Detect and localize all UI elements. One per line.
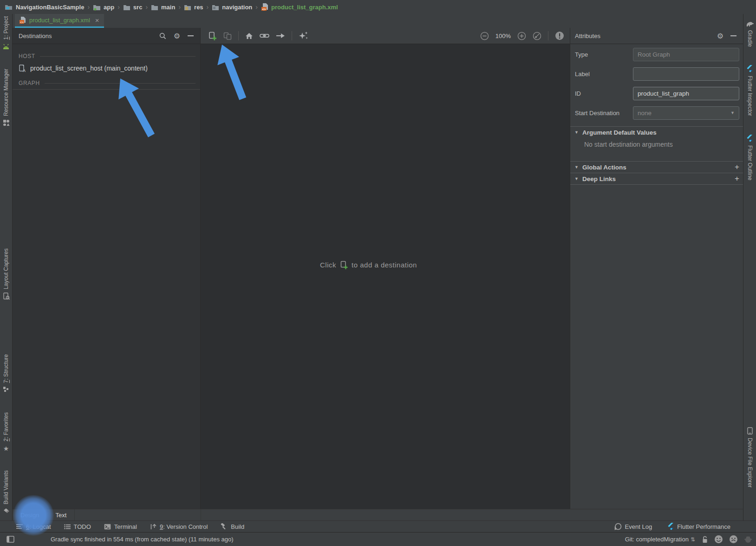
destinations-panel: Destinations ⚙ HOST A product_list_scree… [13, 28, 201, 509]
breadcrumb-item-res[interactable]: res [184, 4, 203, 11]
tab-product-list-graph[interactable]: <> product_list_graph.xml × [15, 14, 104, 28]
link-icon[interactable] [260, 32, 269, 39]
gear-icon[interactable]: ⚙ [174, 32, 180, 40]
breadcrumb-item-app[interactable]: app [93, 4, 114, 11]
action-arrow-icon[interactable] [276, 33, 285, 39]
toolwindow-build[interactable]: Build [221, 523, 244, 530]
breadcrumb-item-navigation[interactable]: navigation [212, 4, 252, 11]
status-message: Gradle sync finished in 554 ms (from cac… [51, 536, 234, 543]
destinations-header: Destinations ⚙ [13, 28, 200, 44]
add-global-action-button[interactable]: + [735, 162, 739, 172]
close-icon[interactable]: × [95, 16, 99, 24]
toolwindow-event-log[interactable]: Event Log [614, 523, 652, 530]
todo-list-icon [64, 524, 71, 529]
breadcrumb-item-file[interactable]: <> product_list_graph.xml [261, 3, 338, 11]
sidebar-item-gradle[interactable]: Gradle [743, 21, 756, 47]
unlock-icon[interactable] [702, 536, 708, 543]
no-arguments-text: No start destination arguments [570, 138, 743, 161]
left-toolwindow-stripe: 1: Project Resource Manager Layout Captu… [0, 14, 13, 532]
sidebar-item-device-file-explorer[interactable]: Device File Explorer [743, 427, 756, 488]
hammer-icon [221, 523, 228, 530]
status-bar: Gradle sync finished in 554 ms (from cac… [0, 532, 756, 546]
flutter-icon [747, 65, 753, 72]
project-icon [5, 4, 13, 10]
sad-face-icon[interactable] [729, 535, 738, 544]
android-icon [2, 43, 10, 50]
sidebar-item-flutter-inspector[interactable]: Flutter Inspector [743, 65, 756, 116]
toolwindow-version-control[interactable]: 9: Version Control [150, 523, 208, 530]
hide-panel-icon[interactable] [188, 35, 194, 37]
xml-file-icon: <> [19, 17, 26, 24]
breadcrumb-item-project[interactable]: NavigationBasicSample [16, 4, 84, 11]
breadcrumb-item-src[interactable]: src [123, 4, 143, 11]
sidebar-item-structure[interactable]: 7: Structure [0, 354, 12, 392]
bottom-toolwindow-bar: 6: Logcat TODO Terminal 9: Version Contr… [0, 520, 756, 532]
svg-text:<>: <> [262, 7, 266, 11]
chevron-right-icon: › [87, 3, 90, 11]
git-branch-widget[interactable]: Git: completedMigration ⇅ [625, 536, 695, 543]
module-folder-icon [93, 4, 101, 11]
breadcrumb-item-main[interactable]: main [151, 4, 175, 11]
section-deep-links[interactable]: ▼ Deep Links + [570, 173, 743, 184]
chevron-right-icon: › [178, 3, 181, 11]
sidebar-item-resource-manager[interactable]: Resource Manager [0, 69, 12, 126]
sidebar-item-build-variants[interactable]: Build Variants [0, 470, 12, 513]
build-variants-icon [3, 507, 10, 513]
zoom-in-icon[interactable] [517, 32, 526, 40]
toolwindow-todo[interactable]: TODO [64, 523, 91, 530]
chevron-right-icon: › [207, 3, 209, 11]
happy-face-icon[interactable] [714, 535, 723, 544]
zoom-to-fit-icon[interactable] [533, 32, 541, 40]
design-surface[interactable]: Click to add a destination [201, 44, 570, 509]
warnings-icon[interactable] [555, 31, 564, 40]
graph-section-header: GRAPH [13, 78, 200, 89]
sidebar-item-layout-captures[interactable]: Layout Captures [0, 248, 12, 300]
nav-host-icon: A [19, 65, 26, 72]
search-icon[interactable] [159, 32, 166, 39]
type-field: Root Graph [633, 48, 739, 61]
sidebar-item-project[interactable]: 1: Project [0, 16, 12, 50]
chevron-right-icon: › [117, 3, 120, 11]
folder-icon [123, 4, 130, 10]
add-destination-icon[interactable] [208, 32, 217, 40]
nested-graph-icon[interactable] [223, 32, 232, 40]
sidebar-item-flutter-outline[interactable]: Flutter Outline [743, 135, 756, 180]
empty-canvas-hint: Click to add a destination [201, 260, 536, 269]
toolwindow-flutter-performance[interactable]: Flutter Performance [668, 523, 730, 530]
toolwindow-terminal[interactable]: Terminal [104, 523, 137, 530]
attributes-header: Attributes ⚙ [570, 28, 743, 44]
gear-icon[interactable]: ⚙ [717, 32, 723, 40]
resource-manager-icon [3, 119, 10, 126]
structure-icon [3, 386, 9, 392]
start-destination-dropdown[interactable]: none ▼ [633, 106, 739, 120]
editor-mode-tabs: Design Text [13, 509, 743, 520]
svg-text:<>: <> [20, 20, 24, 24]
toolwindow-toggle-icon[interactable] [7, 536, 14, 543]
folder-icon [151, 4, 158, 10]
section-global-actions[interactable]: ▼ Global Actions + [570, 161, 743, 173]
hide-panel-icon[interactable] [730, 35, 736, 37]
logcat-icon [16, 524, 23, 529]
add-deep-link-button[interactable]: + [735, 174, 739, 183]
attr-row-type: Type Root Graph [575, 47, 739, 61]
toolwindow-logcat[interactable]: 6: Logcat [16, 523, 51, 530]
auto-arrange-sparkles-icon[interactable] [299, 31, 308, 40]
home-icon[interactable] [245, 32, 253, 39]
sidebar-item-favorites[interactable]: 2: Favorites ★ [0, 412, 12, 452]
terminal-icon [104, 524, 111, 530]
section-argument-default-values[interactable]: ▼ Argument Default Values [570, 126, 743, 138]
folder-icon [212, 4, 219, 10]
layout-captures-icon [3, 292, 10, 300]
list-item-host-destination[interactable]: A product_list_screen_host (main_content… [13, 62, 200, 75]
label-field[interactable] [633, 67, 739, 81]
id-field[interactable]: product_list_graph [633, 87, 739, 100]
collapse-triangle-icon: ▼ [574, 165, 579, 169]
breadcrumb: NavigationBasicSample › app › src › main… [0, 0, 756, 14]
version-control-icon [150, 524, 156, 530]
incognito-icon[interactable] [744, 536, 752, 543]
tab-design[interactable]: Design [13, 509, 47, 520]
zoom-out-icon[interactable] [480, 32, 489, 40]
tab-text[interactable]: Text [47, 509, 75, 520]
host-section-header: HOST [13, 51, 200, 62]
gradle-elephant-icon [746, 21, 754, 27]
